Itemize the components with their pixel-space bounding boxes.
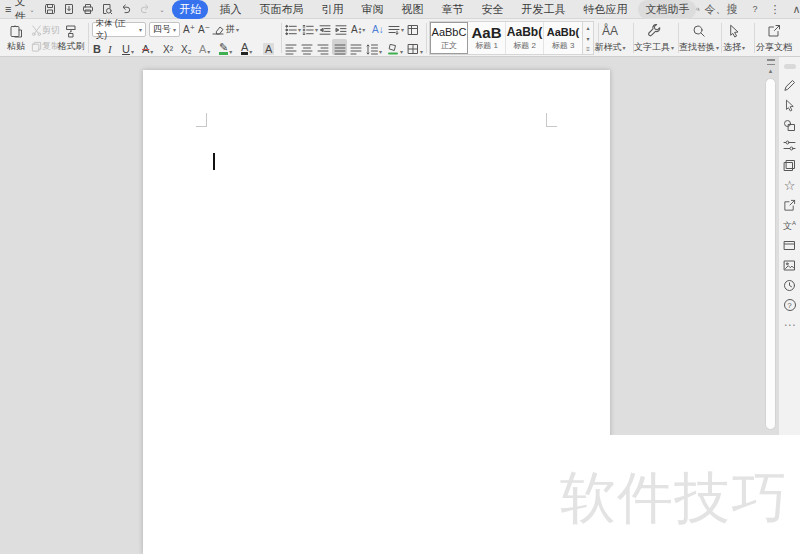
align-center-button[interactable]: [301, 39, 313, 55]
ruler-toggle-icon[interactable]: [767, 59, 775, 65]
style-preview: AaBb(: [547, 25, 579, 40]
style-label: 标题 1: [475, 40, 498, 51]
group-separator: [426, 23, 427, 53]
undo-button[interactable]: [120, 3, 132, 15]
share-panel-button[interactable]: [780, 195, 800, 215]
history-button[interactable]: [780, 275, 800, 295]
vertical-scrollbar[interactable]: ▴: [763, 57, 778, 435]
save-button[interactable]: [44, 3, 56, 15]
font-size-select[interactable]: 四号 ▾: [149, 22, 180, 37]
edit-pen-button[interactable]: [780, 75, 800, 95]
tab-page-layout[interactable]: 页面布局: [252, 0, 310, 19]
translate-button[interactable]: 文A: [780, 215, 800, 235]
side-toolbar-handle[interactable]: [784, 64, 796, 69]
bullet-list-button[interactable]: ▾: [285, 22, 301, 37]
shading-button[interactable]: ▾: [387, 39, 403, 55]
tab-special-features[interactable]: 特色应用: [576, 0, 634, 19]
tab-security[interactable]: 安全: [474, 0, 510, 19]
chevron-down-icon: ▾: [379, 48, 382, 55]
line-spacing-button[interactable]: ▾: [366, 39, 382, 55]
style-heading-3[interactable]: AaBb( 标题 3: [544, 22, 582, 54]
numbered-list-button[interactable]: ▾: [302, 22, 318, 37]
tab-insert[interactable]: 插入: [212, 0, 248, 19]
subscript-button[interactable]: X₂: [181, 39, 192, 55]
text-effects-button[interactable]: A ▾: [199, 39, 210, 55]
select-tool-button[interactable]: [780, 95, 800, 115]
picture-panel-button[interactable]: [780, 255, 800, 275]
style-heading-2[interactable]: AaBb( 标题 2: [506, 22, 544, 54]
borders-button[interactable]: ▾: [407, 39, 423, 55]
print-preview-button[interactable]: [101, 3, 113, 15]
align-left-button[interactable]: [285, 39, 297, 55]
highlight-button[interactable]: ✎ ▾: [219, 39, 232, 55]
distribute-icon: [350, 43, 362, 55]
char-scaling-button[interactable]: A ▴▾ ▾: [351, 22, 365, 37]
tab-dev-tools[interactable]: 开发工具: [514, 0, 572, 19]
justify-button[interactable]: [332, 39, 347, 55]
print-button[interactable]: [82, 3, 94, 15]
bold-button[interactable]: B: [93, 39, 101, 55]
margin-corner-top-left: [196, 113, 207, 127]
strikethrough-glyph: A: [142, 43, 149, 55]
print-preview-icon: [101, 3, 113, 15]
decrease-font-button[interactable]: A⁻: [198, 22, 210, 37]
more-menu-button[interactable]: ⋮: [769, 3, 780, 16]
properties-button[interactable]: [780, 135, 800, 155]
underline-button[interactable]: U ▾: [122, 39, 134, 55]
file-menu-button[interactable]: ≡ 文件 ⌄: [0, 0, 40, 18]
paste-button[interactable]: 粘贴: [2, 21, 30, 55]
tab-references[interactable]: 引用: [314, 0, 350, 19]
export-pdf-button[interactable]: [63, 3, 75, 15]
increase-font-button[interactable]: A⁺: [183, 22, 195, 37]
font-name-select[interactable]: 宋体 (正文) ▾: [92, 22, 146, 37]
align-right-button[interactable]: [317, 39, 329, 55]
shapes-button[interactable]: [780, 115, 800, 135]
italic-button[interactable]: I: [108, 39, 112, 55]
style-preview: AaBbC: [432, 25, 467, 40]
search-icon: [696, 4, 700, 15]
media-library-button[interactable]: [780, 155, 800, 175]
quick-access-more-button[interactable]: ⌄: [159, 6, 164, 13]
paragraph-layout-button[interactable]: [407, 22, 419, 37]
new-style-button[interactable]: ÅA 新样式▾: [588, 22, 632, 54]
decrease-indent-button[interactable]: [319, 22, 331, 37]
share-doc-button[interactable]: 分享文档: [752, 22, 796, 54]
distribute-button[interactable]: [350, 39, 362, 55]
select-button[interactable]: 选择▾: [715, 22, 753, 54]
style-heading-1[interactable]: AaB 标题 1: [468, 22, 506, 54]
document-page[interactable]: [143, 70, 610, 554]
collapse-ribbon-button[interactable]: ∧: [792, 3, 800, 16]
clear-format-button[interactable]: [212, 22, 224, 37]
font-color-button[interactable]: A ▾: [241, 39, 252, 55]
increase-indent-button[interactable]: [335, 22, 347, 37]
sort-button[interactable]: A↓: [372, 22, 384, 37]
resume-helper-button[interactable]: [780, 235, 800, 255]
tab-section[interactable]: 章节: [434, 0, 470, 19]
tab-home[interactable]: 开始: [172, 0, 208, 19]
scroll-up-button[interactable]: ▴: [763, 67, 778, 75]
style-preview: AaBb(: [507, 25, 542, 40]
scrollbar-thumb[interactable]: [765, 78, 776, 430]
char-shading-button[interactable]: A: [263, 39, 274, 55]
style-normal[interactable]: AaBbC 正文: [430, 22, 468, 54]
translate-icon: 文A: [783, 219, 796, 231]
question-icon: ?: [784, 299, 796, 311]
phonetic-guide-button[interactable]: 拼 ▾: [226, 22, 239, 37]
superscript-button[interactable]: X²: [163, 39, 173, 55]
redo-button[interactable]: [139, 3, 151, 15]
strikethrough-button[interactable]: A ▾: [142, 39, 153, 55]
text-tools-button[interactable]: 文字工具▾: [632, 22, 676, 54]
format-painter-button[interactable]: 格式刷: [56, 21, 86, 55]
underline-glyph: U: [122, 43, 130, 55]
tab-review[interactable]: 审阅: [354, 0, 390, 19]
sliders-icon: [783, 139, 796, 152]
more-tools-button[interactable]: ⋯: [780, 315, 800, 335]
watermark: 软件技巧: [560, 461, 788, 537]
wrench-icon: [647, 23, 662, 38]
favorites-button[interactable]: ☆: [780, 175, 800, 195]
help-button[interactable]: ?: [752, 3, 757, 15]
tab-doc-assistant[interactable]: 文档助手: [638, 0, 696, 19]
help-panel-button[interactable]: ?: [780, 295, 800, 315]
tab-view[interactable]: 视图: [394, 0, 430, 19]
cn-typography-button[interactable]: ▾: [388, 22, 404, 37]
